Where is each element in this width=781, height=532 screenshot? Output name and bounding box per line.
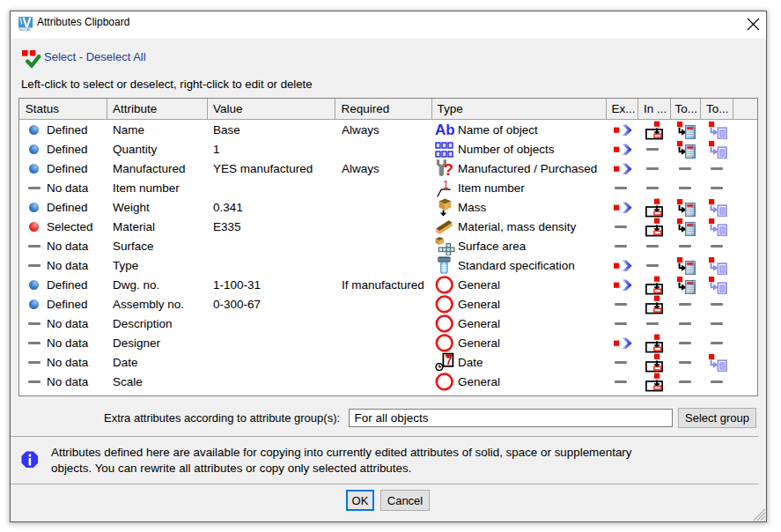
svg-text:1: 1 [443,179,449,191]
svg-text:7: 7 [446,355,452,367]
svg-text:?: ? [444,160,454,178]
svg-text:VariCAD: VariCAD [18,28,31,31]
